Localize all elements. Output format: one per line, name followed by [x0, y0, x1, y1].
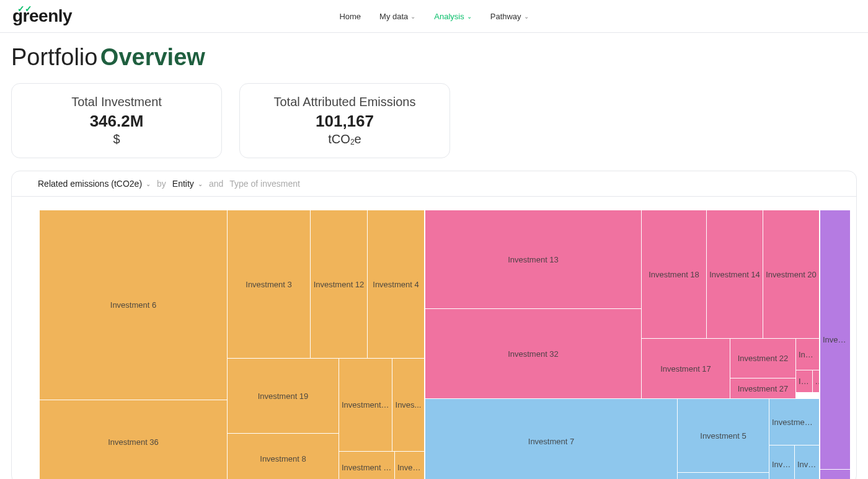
treemap-tile[interactable]: Investment 21 [339, 452, 394, 479]
treemap-tile[interactable]: Investment 27 [730, 378, 795, 398]
tile-label: Inve... [769, 460, 794, 469]
treemap-tile[interactable]: Investment 4 [368, 210, 424, 358]
nav-home[interactable]: Home [339, 12, 361, 21]
treemap-tile[interactable]: Inve... [769, 445, 794, 479]
page-title: Portfolio Overview [0, 33, 868, 83]
group1-label: Entity [172, 179, 194, 189]
treemap-tile[interactable]: Investment 13 [425, 210, 641, 308]
nav-analysis-label: Analysis [434, 12, 464, 21]
treemap-chart: Investment 6 Investment 36 Investment 3 … [40, 210, 850, 479]
tile-label: Investment 12 [311, 280, 367, 289]
tile-label: Investment 4 [370, 280, 421, 289]
treemap-tile[interactable]: Investment 18 [642, 210, 706, 338]
card-unit: tCO2e [265, 132, 425, 146]
tile-label: Investment 22 [735, 354, 791, 363]
nav-analysis[interactable]: Analysis ⌄ [434, 12, 471, 21]
page-title-thin: Portfolio [11, 44, 97, 70]
card-title: Total Investment [37, 95, 197, 109]
tile-label: Investment 32 [505, 349, 561, 359]
tile-label: In... [796, 377, 812, 386]
tile-label: Investment 8 [257, 454, 308, 463]
tile-label: Inve... [796, 350, 819, 359]
treemap-tile[interactable]: Invest... [395, 452, 424, 479]
tile-label: Investment 21 [339, 463, 394, 472]
metric-label: Related emissions (tCO2e) [38, 179, 142, 189]
treemap-tile[interactable]: Investment 3 [228, 210, 310, 358]
treemap-tile[interactable]: Investment 8 [228, 434, 339, 479]
tile-label: Invest... [395, 463, 424, 472]
chart-panel: Related emissions (tCO2e) ⌄ by Entity ⌄ … [11, 171, 857, 479]
group1-select[interactable]: Entity ⌄ [172, 179, 203, 189]
treemap-tile[interactable]: Investment 12 [311, 210, 367, 358]
tile-label: Investment 3 [243, 280, 294, 289]
treemap-tile[interactable] [730, 473, 769, 479]
tile-label: Investment 20 [763, 270, 819, 279]
nav-my-data-label: My data [379, 12, 408, 21]
nav-pathway[interactable]: Pathway ⌄ [490, 12, 529, 21]
card-value: 101,167 [265, 112, 425, 131]
treemap-tile[interactable]: Investment 14 [707, 210, 763, 338]
logo[interactable]: g✓✓reenly [12, 6, 72, 26]
tile-label: Investment 14 [707, 270, 763, 279]
treemap-tile[interactable]: Investment 7 [425, 399, 677, 479]
metric-select[interactable]: Related emissions (tCO2e) ⌄ [38, 179, 151, 189]
chevron-down-icon: ⌄ [410, 13, 415, 20]
tile-label: ... [813, 377, 819, 386]
tile-label: Inve...b [795, 460, 819, 469]
treemap-tile[interactable] [820, 470, 850, 479]
tile-label: Inves... [393, 400, 424, 410]
tile-label: Investment 17 [658, 364, 714, 374]
toolbar-by: by [157, 179, 166, 189]
tile-label: Investment 19 [255, 392, 311, 401]
tile-label: Investment 6 [108, 300, 159, 310]
treemap-tile[interactable]: Investment 5 [678, 399, 769, 472]
card-total-emissions: Total Attributed Emissions 101,167 tCO2e [239, 83, 450, 158]
main-nav: Home My data ⌄ Analysis ⌄ Pathway ⌄ [339, 12, 528, 21]
chevron-down-icon: ⌄ [524, 13, 529, 20]
treemap-tile[interactable]: Investment 20 [763, 210, 819, 338]
group2-select[interactable]: Type of invesment [229, 179, 300, 189]
treemap-tile[interactable]: In... [796, 370, 812, 392]
chevron-down-icon: ⌄ [467, 13, 472, 20]
treemap-tile[interactable]: Investment 19 [228, 359, 339, 433]
treemap-tile[interactable]: Investment 32 [425, 309, 641, 398]
treemap-tile[interactable]: Inve... [796, 339, 819, 370]
card-title: Total Attributed Emissions [265, 95, 425, 109]
tile-label: Investment 5 [698, 431, 748, 441]
treemap-tile[interactable]: Inves... [392, 359, 424, 451]
treemap-tile[interactable]: Investment 17 [642, 339, 730, 398]
nav-home-label: Home [339, 12, 361, 21]
tile-label: Investment 13 [505, 255, 561, 264]
treemap-tile[interactable]: Investment 6 [40, 210, 227, 400]
tile-label: Investment 7 [526, 437, 577, 446]
card-total-investment: Total Investment 346.2M $ [11, 83, 222, 158]
treemap-tile[interactable]: Inves... [820, 210, 850, 469]
tile-label: Investment 15 [339, 400, 392, 410]
tile-label: Investment ... [769, 418, 819, 427]
chevron-down-icon: ⌄ [198, 181, 203, 187]
group2-placeholder: Type of invesment [229, 179, 300, 189]
toolbar-and: and [209, 179, 223, 189]
treemap-tile[interactable]: Investment ... [769, 399, 819, 445]
summary-cards: Total Investment 346.2M $ Total Attribut… [0, 83, 868, 171]
tile-label: Investment 18 [646, 270, 702, 279]
treemap-tile[interactable]: Investment 15 [339, 359, 392, 451]
card-value: 346.2M [37, 112, 197, 131]
tile-label: Investment 36 [105, 437, 161, 447]
tile-label: Investment 27 [735, 384, 791, 393]
page-title-bold: Overview [100, 44, 205, 70]
chart-toolbar: Related emissions (tCO2e) ⌄ by Entity ⌄ … [12, 171, 856, 197]
chevron-down-icon: ⌄ [146, 181, 151, 187]
nav-pathway-label: Pathway [490, 12, 521, 21]
nav-my-data[interactable]: My data ⌄ [379, 12, 415, 21]
treemap-tile[interactable]: Investment 36 [40, 400, 227, 479]
treemap-tile[interactable]: ... [813, 370, 819, 392]
treemap-tile[interactable]: Investment 22 [730, 339, 795, 378]
treemap-tile[interactable]: Inve...b [795, 445, 819, 479]
card-unit: $ [37, 132, 197, 146]
tile-label: Inves... [820, 335, 850, 344]
